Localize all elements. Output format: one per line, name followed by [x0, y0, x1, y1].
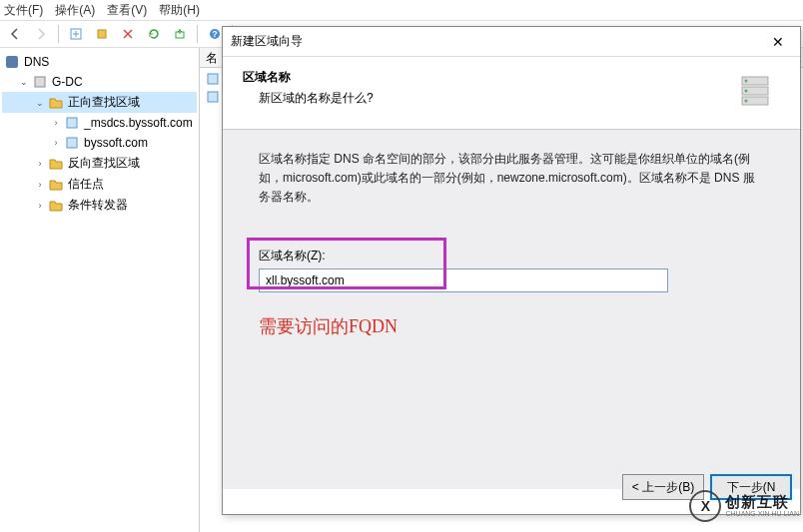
folder-icon	[48, 198, 64, 214]
tree-trust-points[interactable]: › 信任点	[2, 174, 197, 195]
zone-name-label: 区域名称(Z):	[259, 248, 764, 265]
tree-label: 反向查找区域	[68, 155, 140, 172]
collapse-icon[interactable]: ⌄	[34, 97, 46, 109]
tree-dns-root[interactable]: DNS	[2, 52, 197, 72]
expand-icon[interactable]: ›	[34, 179, 46, 191]
server-icon	[32, 74, 48, 90]
tree-label: byssoft.com	[84, 136, 148, 150]
wizard-dialog: 新建区域向导 ✕ 区域名称 新区域的名称是什么? 区域名称指定 DNS 命名空间…	[222, 26, 801, 515]
forward-button[interactable]	[30, 23, 52, 45]
expand-icon[interactable]: ›	[50, 137, 62, 149]
tree-zone-msdcs[interactable]: › _msdcs.byssoft.com	[2, 113, 197, 133]
expand-icon[interactable]: ›	[50, 117, 62, 129]
watermark-logo-icon: X	[689, 490, 721, 522]
dns-icon	[4, 54, 20, 70]
menu-help[interactable]: 帮助(H)	[159, 2, 200, 18]
svg-rect-10	[67, 118, 77, 128]
back-button[interactable]	[4, 23, 26, 45]
collapse-icon[interactable]: ⌄	[18, 76, 30, 88]
zone-name-input[interactable]	[259, 268, 668, 292]
wizard-server-icon	[732, 69, 780, 117]
svg-point-19	[745, 100, 748, 103]
tree-label: 正向查找区域	[68, 94, 140, 111]
watermark-text-cn: 创新互联	[725, 494, 799, 511]
tree-label: _msdcs.byssoft.com	[84, 116, 193, 130]
tree-server[interactable]: ⌄ G-DC	[2, 72, 197, 92]
svg-rect-13	[208, 92, 218, 102]
expand-icon[interactable]: ›	[34, 158, 46, 170]
folder-icon	[48, 177, 64, 193]
tree-reverse-zone[interactable]: › 反向查找区域	[2, 153, 197, 174]
svg-rect-1	[98, 30, 106, 38]
tree-zone-byssoft[interactable]: › byssoft.com	[2, 133, 197, 153]
tree-label: G-DC	[52, 75, 83, 89]
menu-action[interactable]: 操作(A)	[55, 2, 95, 18]
svg-text:?: ?	[212, 29, 218, 39]
close-button[interactable]: ✕	[764, 32, 792, 52]
wizard-header: 区域名称 新区域的名称是什么?	[223, 57, 800, 130]
menu-file[interactable]: 文件(F)	[4, 2, 43, 18]
export-icon[interactable]	[169, 23, 191, 45]
svg-rect-8	[6, 56, 18, 68]
add-button[interactable]	[65, 23, 87, 45]
tree-label: 条件转发器	[68, 197, 128, 214]
wizard-title: 新建区域向导	[231, 33, 764, 50]
tree-conditional-forwarders[interactable]: › 条件转发器	[2, 195, 197, 216]
zone-icon	[64, 135, 80, 151]
tree-label: DNS	[24, 55, 49, 69]
menubar: 文件(F) 操作(A) 查看(V) 帮助(H)	[0, 0, 803, 20]
svg-rect-9	[35, 77, 45, 87]
wizard-header-title: 区域名称	[243, 69, 732, 86]
annotation-text: 需要访问的FQDN	[259, 314, 764, 338]
refresh-icon[interactable]	[143, 23, 165, 45]
wizard-body: 区域名称指定 DNS 命名空间的部分，该部分由此服务器管理。这可能是你组织单位的…	[223, 130, 800, 489]
svg-rect-12	[208, 74, 218, 84]
wizard-description: 区域名称指定 DNS 命名空间的部分，该部分由此服务器管理。这可能是你组织单位的…	[259, 150, 764, 208]
wizard-header-subtitle: 新区域的名称是什么?	[243, 90, 732, 107]
watermark-text-en: CHUANG XIN HU LIAN	[725, 510, 799, 518]
list-item[interactable]	[206, 72, 222, 88]
filter-button[interactable]	[91, 23, 113, 45]
folder-icon	[48, 95, 64, 111]
tree-forward-zone[interactable]: ⌄ 正向查找区域	[2, 92, 197, 113]
svg-rect-11	[67, 138, 77, 148]
menu-view[interactable]: 查看(V)	[107, 2, 147, 18]
list-item[interactable]	[206, 90, 222, 106]
expand-icon[interactable]: ›	[34, 200, 46, 212]
tree-panel: DNS ⌄ G-DC ⌄ 正向查找区域 › _msdcs.byssoft.com…	[0, 48, 200, 532]
zone-icon	[64, 115, 80, 131]
watermark: X 创新互联 CHUANG XIN HU LIAN	[689, 490, 799, 522]
folder-icon	[48, 156, 64, 172]
wizard-titlebar: 新建区域向导 ✕	[223, 27, 800, 57]
svg-point-17	[745, 80, 748, 83]
delete-icon[interactable]	[117, 23, 139, 45]
tree-label: 信任点	[68, 176, 104, 193]
svg-point-18	[745, 90, 748, 93]
